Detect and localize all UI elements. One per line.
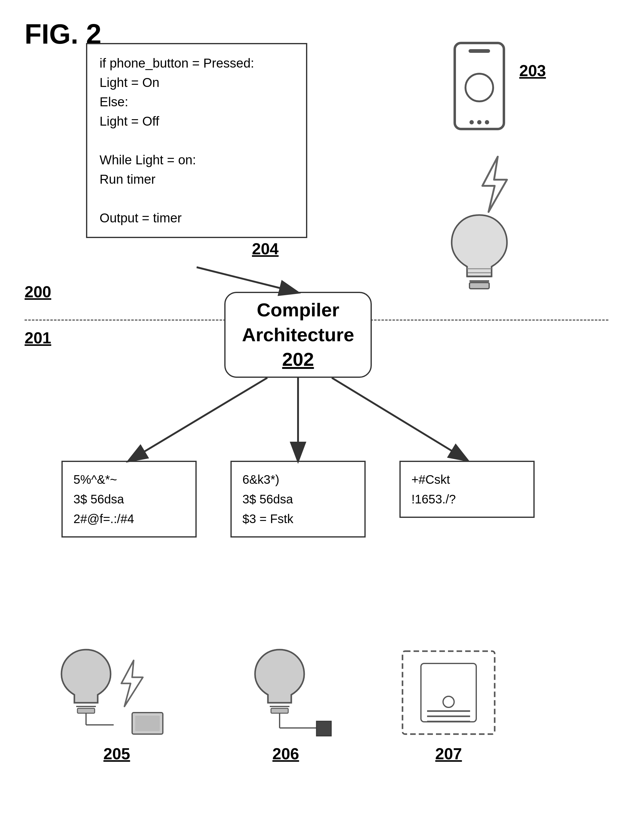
svg-line-34 (129, 378, 267, 461)
svg-rect-19 (135, 716, 160, 731)
svg-rect-22 (271, 708, 288, 713)
svg-rect-14 (77, 708, 95, 713)
code-line-8 (100, 189, 294, 208)
svg-rect-25 (317, 721, 331, 736)
svg-line-36 (332, 378, 467, 460)
svg-point-28 (443, 696, 454, 708)
device-205-group: 205 (40, 645, 193, 763)
label-203: 203 (519, 61, 546, 80)
svg-point-4 (477, 120, 481, 124)
code-box: if phone_button = Pressed: Light = On El… (86, 43, 307, 238)
out3-line2: !1653./? (411, 489, 523, 509)
compiler-text-line2: Architecture (242, 323, 354, 347)
out1-line2: 3$ 56dsa (73, 489, 185, 509)
svg-point-3 (470, 120, 474, 124)
svg-marker-6 (482, 157, 507, 212)
phone-svg (446, 40, 513, 138)
label-205: 205 (40, 745, 193, 763)
code-line-5 (100, 131, 294, 150)
svg-point-2 (465, 74, 493, 101)
code-line-1: if phone_button = Pressed: (100, 53, 294, 73)
phone-icon (446, 40, 513, 138)
lightning-svg-top (470, 154, 516, 215)
compiler-text-line3: 202 (242, 347, 354, 372)
code-line-3: Else: (100, 92, 294, 111)
label-206: 206 (221, 745, 350, 763)
svg-marker-17 (121, 660, 143, 706)
code-line-2: Light = On (100, 73, 294, 92)
device-206-svg (224, 645, 347, 743)
output-box-3: +#Cskt !1653./? (399, 461, 535, 518)
out2-line2: 3$ 56dsa (242, 489, 354, 509)
device-206-group: 206 (221, 645, 350, 763)
compiler-box: Compiler Architecture 202 (224, 292, 372, 378)
lightning-top (470, 154, 516, 216)
device-207-svg (387, 645, 510, 743)
code-line-6: While Light = on: (100, 150, 294, 170)
svg-rect-27 (421, 663, 476, 722)
device-205-svg (46, 645, 187, 743)
svg-rect-1 (469, 49, 490, 53)
label-207: 207 (384, 745, 513, 763)
bulb-svg-top (446, 209, 513, 295)
svg-point-5 (485, 120, 489, 124)
out3-line1: +#Cskt (411, 470, 523, 489)
svg-rect-9 (470, 283, 489, 289)
device-207-group: 207 (384, 645, 513, 763)
page: FIG. 2 200 201 if phone_button = Pressed… (0, 0, 644, 833)
label-201: 201 (24, 329, 51, 347)
label-200: 200 (24, 283, 51, 301)
code-line-9: Output = timer (100, 208, 294, 228)
out2-line3: $3 = Fstk (242, 509, 354, 529)
out2-line1: 6&k3*) (242, 470, 354, 489)
compiler-text-line1: Compiler (242, 298, 354, 323)
code-line-7: Run timer (100, 170, 294, 189)
label-204: 204 (252, 240, 279, 258)
svg-line-33 (196, 267, 298, 293)
code-line-4: Light = Off (100, 111, 294, 131)
svg-rect-0 (455, 43, 504, 129)
output-box-2: 6&k3*) 3$ 56dsa $3 = Fstk (230, 461, 365, 537)
out1-line3: 2#@f=.:/#4 (73, 509, 185, 529)
out1-line1: 5%^&*~ (73, 470, 185, 489)
bulb-top-right (446, 209, 513, 296)
output-box-1: 5%^&*~ 3$ 56dsa 2#@f=.:/#4 (61, 461, 196, 537)
